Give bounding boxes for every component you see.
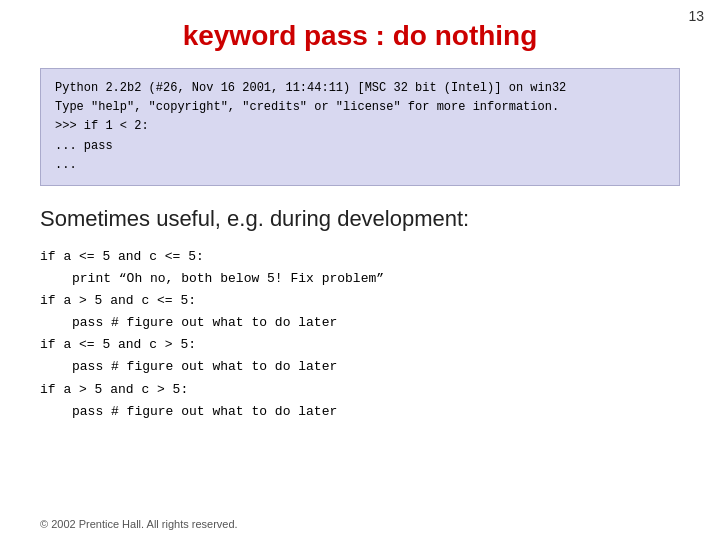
code-box-line3: >>> if 1 < 2: <box>55 119 149 133</box>
code-if3: if a <= 5 and c > 5: <box>40 334 680 356</box>
code-body1: print “Oh no, both below 5! Fix problem” <box>72 268 680 290</box>
slide-title: keyword pass : do nothing <box>40 20 680 52</box>
code-box-line5: ... <box>55 158 77 172</box>
code-body2: pass # figure out what to do later <box>72 312 680 334</box>
code-if4: if a > 5 and c > 5: <box>40 379 680 401</box>
code-if2: if a > 5 and c <= 5: <box>40 290 680 312</box>
code-body3: pass # figure out what to do later <box>72 356 680 378</box>
code-section: if a <= 5 and c <= 5: print “Oh no, both… <box>40 246 680 423</box>
section-subtitle: Sometimes useful, e.g. during developmen… <box>40 206 680 232</box>
code-box-line1: Python 2.2b2 (#26, Nov 16 2001, 11:44:11… <box>55 81 566 95</box>
page-number: 13 <box>688 8 704 24</box>
code-box-line4: ... pass <box>55 139 113 153</box>
code-if1: if a <= 5 and c <= 5: <box>40 246 680 268</box>
code-box: Python 2.2b2 (#26, Nov 16 2001, 11:44:11… <box>40 68 680 186</box>
footer-text: © 2002 Prentice Hall. All rights reserve… <box>40 518 238 530</box>
code-box-line2: Type "help", "copyright", "credits" or "… <box>55 100 559 114</box>
code-body4: pass # figure out what to do later <box>72 401 680 423</box>
